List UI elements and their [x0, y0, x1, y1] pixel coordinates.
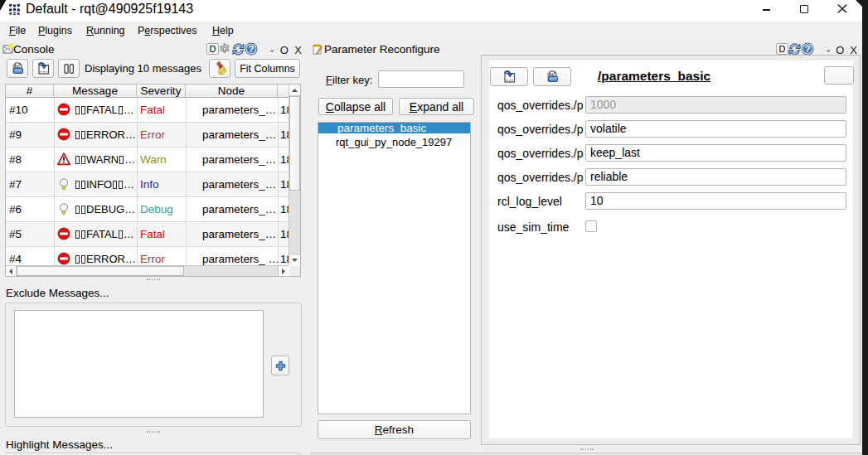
- svg-text:?: ?: [805, 44, 811, 54]
- svg-text:?: ?: [249, 44, 255, 54]
